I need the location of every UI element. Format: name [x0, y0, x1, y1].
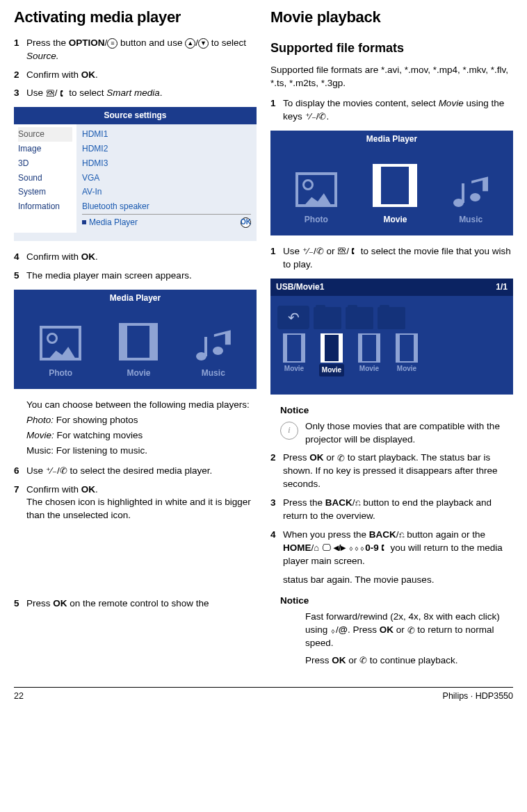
media-player-panel: Media Player Photo Movie Music [14, 290, 257, 390]
menu-item: AV-In [82, 185, 251, 199]
notice-ffwd: Notice Fast forward/rewind (2x, 4x, 8x w… [280, 595, 513, 671]
menu-item: VGA [82, 171, 251, 185]
r-steps-1: 1To display the movies content, select M… [270, 97, 513, 124]
step: Confirm with OK.The chosen icon is highl… [26, 483, 257, 523]
step: Use ⁺⁄₋/✆ to select the desired media pl… [26, 465, 257, 478]
panel-title: Media Player [270, 131, 513, 148]
label: Movie [119, 367, 158, 379]
page-footer: 22 Philips · HDP3550 [14, 687, 513, 703]
step: Confirm with OK. [26, 69, 257, 82]
music-icon [453, 176, 488, 207]
step: To display the movies content, select Mo… [283, 97, 513, 124]
step: Press the OPTION/≡ button and use ▲/▼ to… [26, 37, 257, 63]
ok-icon: OK [241, 217, 251, 228]
photo-icon [40, 326, 81, 361]
notice-compatibility: Notice i Only those movies that are comp… [280, 404, 513, 447]
source-menu-left: Source Image 3D Sound System Information [14, 124, 76, 233]
source-settings-panel: Source settings Source Image 3D Sound Sy… [14, 107, 257, 240]
file-item: Movie [352, 333, 386, 376]
file-item-selected: Movie [315, 333, 348, 376]
movie-icon [119, 323, 158, 361]
menu-item: Information [18, 199, 72, 214]
media-item-music: Music [196, 330, 231, 379]
music-icon [196, 330, 231, 361]
steps-3: 6Use ⁺⁄₋/✆ to select the desired media p… [14, 465, 257, 523]
label: Photo [40, 367, 81, 379]
folder-icon [378, 307, 405, 329]
browser-title-bar: USB/Movie1 1/1 [270, 279, 513, 296]
notice-text: Fast forward/rewind (2x, 4x, 8x with eac… [305, 611, 513, 672]
step: When you press the BACK/⎌ button again o… [283, 529, 513, 568]
menu-item: Image [18, 142, 72, 156]
heading-supported-formats: Supported file formats [270, 40, 513, 57]
label: Movie [373, 214, 417, 226]
label: Media Player [89, 217, 138, 229]
film-icon [396, 333, 418, 363]
r-steps-2: 1Use ⁺⁄₋/✆ or 🕾/🕻 to select the movie fi… [270, 245, 513, 272]
page-count: 1/1 [496, 281, 508, 293]
menu-item: 3D [18, 156, 72, 171]
file-browser-panel: USB/Movie1 1/1 ↶ Movie Movie Movie Movie [270, 279, 513, 395]
right-column: Movie playback Supported file formats Su… [270, 7, 513, 677]
path: USB/Movie1 [276, 281, 324, 293]
file-item: Movie [277, 333, 311, 376]
film-icon [321, 333, 343, 363]
step: Press OK on the remote control to show t… [26, 597, 257, 611]
page-number: 22 [14, 690, 24, 703]
notice-text: Only those movies that are compatible wi… [305, 420, 513, 447]
step: The media player main screen appears. [26, 270, 257, 283]
step: Press the BACK/⎌ button to end the playb… [283, 497, 513, 523]
step: Press OK or ✆ to start playback. The sta… [283, 451, 513, 491]
back-icon: ↶ [277, 306, 309, 329]
media-description: You can choose between the following med… [26, 399, 257, 458]
notice-title: Notice [280, 404, 513, 417]
source-menu-right: HDMI1 HDMI2 HDMI3 VGA AV-In Bluetooth sp… [76, 124, 257, 233]
steps-2: 4Confirm with OK. 5The media player main… [14, 251, 257, 283]
film-icon [358, 333, 380, 363]
steps-4: 5Press OK on the remote control to show … [14, 597, 257, 611]
menu-item: System [18, 185, 72, 199]
panel-title: Media Player [14, 290, 257, 307]
menu-item: HDMI3 [82, 156, 251, 171]
movie-icon [373, 164, 417, 207]
step: Confirm with OK. [26, 251, 257, 264]
heading-movie-playback: Movie playback [270, 7, 513, 28]
folder-icon [314, 307, 341, 329]
steps-1: 1Press the OPTION/≡ button and use ▲/▼ t… [14, 37, 257, 101]
menu-item-selected: Media Player OK [82, 214, 251, 230]
file-item: Movie [390, 333, 423, 376]
media-item-photo: Photo [40, 326, 81, 379]
menu-item: Sound [18, 171, 72, 185]
media-player-panel-2: Media Player Photo Movie Music [270, 131, 513, 236]
product-name: Philips · HDP3550 [443, 690, 513, 703]
film-icon [283, 333, 305, 363]
r-steps-3: 2Press OK or ✆ to start playback. The st… [270, 451, 513, 567]
media-item-music: Music [453, 176, 488, 226]
media-item-photo: Photo [295, 172, 337, 226]
info-icon: i [280, 422, 298, 440]
folder-icon [346, 307, 373, 329]
menu-item: Bluetooth speaker [82, 199, 251, 214]
menu-item: HDMI1 [82, 127, 251, 142]
media-item-movie-selected: Movie [373, 164, 417, 226]
label: Photo [295, 214, 337, 226]
media-item-movie: Movie [119, 323, 158, 379]
menu-item: HDMI2 [82, 142, 251, 156]
photo-icon [295, 172, 337, 207]
heading-activating: Activating media player [14, 7, 257, 28]
label: Music [196, 367, 231, 379]
label: Music [453, 214, 488, 226]
step: Use ⁺⁄₋/✆ or 🕾/🕻 to select the movie fil… [283, 245, 513, 272]
step: Use 🕾/🕻 to select Smart media. [26, 87, 257, 100]
menu-item: Source [18, 127, 72, 142]
continuation-text: status bar again. The movie pauses. [283, 574, 513, 587]
notice-title: Notice [280, 595, 513, 608]
formats-text: Supported file formats are *.avi, *.mov,… [270, 64, 513, 90]
panel-title: Source settings [14, 107, 257, 124]
left-column: Activating media player 1Press the OPTIO… [14, 7, 257, 677]
